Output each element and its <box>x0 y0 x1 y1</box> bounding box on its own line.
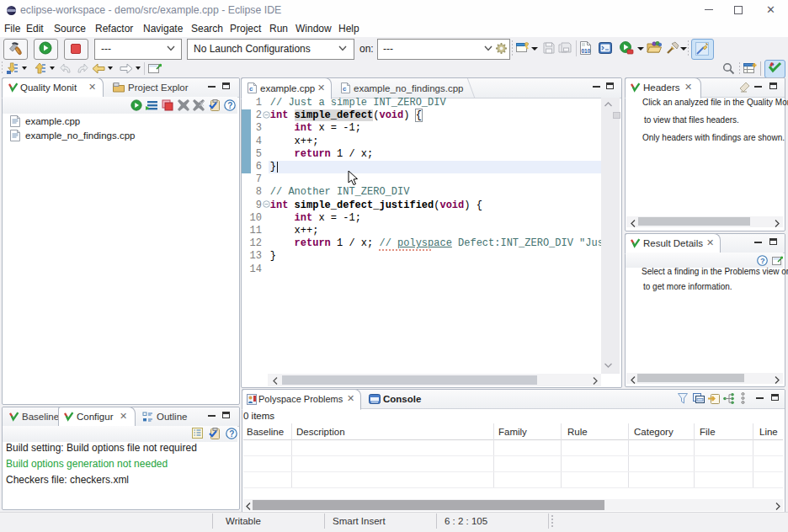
svg-text:?: ? <box>227 101 232 110</box>
svg-text:010: 010 <box>582 48 591 54</box>
svg-text:c: c <box>343 85 347 93</box>
svg-text:?: ? <box>229 429 234 439</box>
svg-text:c: c <box>249 85 253 93</box>
